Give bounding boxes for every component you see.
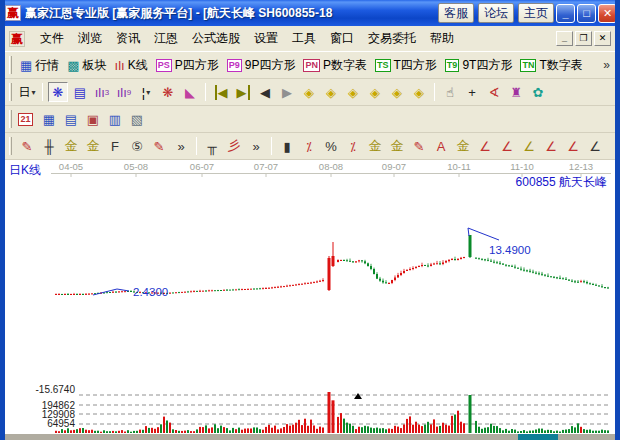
angle-j-tool-button[interactable]: ∠	[475, 136, 495, 156]
mdi-minimize-button[interactable]: _	[556, 31, 573, 46]
toolbar-grip[interactable]	[9, 56, 12, 74]
candle-style-button[interactable]: ¦▾	[136, 82, 156, 102]
menu-item-江恩[interactable]: 江恩	[147, 27, 185, 50]
mdi-restore-button[interactable]: ❐	[575, 31, 592, 46]
nine-p-square-button[interactable]: P99P四方形	[225, 56, 298, 75]
copy-windows-button[interactable]: ▥	[105, 109, 125, 129]
menu-item-设置[interactable]: 设置	[247, 27, 285, 50]
p-number-table-button[interactable]: PNP数字表	[301, 56, 369, 75]
pillar-tool-button[interactable]: ╥	[202, 136, 222, 156]
diamond-cross-button[interactable]: ◈	[387, 82, 407, 102]
menu-item-文件[interactable]: 文件	[33, 27, 71, 50]
quotes-grid-button[interactable]: ▦行情	[18, 56, 61, 75]
workstation-button[interactable]: ▧	[127, 109, 147, 129]
angle-w-tool-icon: ∠	[589, 139, 601, 154]
column-chart-tool-button[interactable]: ▮	[277, 136, 297, 156]
wave-brain-button[interactable]: ✿	[528, 82, 548, 102]
chart-bars-3-icon: ılı	[95, 85, 105, 100]
chart-area: 日K线 600855 航天长峰 04-0505-0806-0707-0708-0…	[5, 160, 615, 440]
toolbar-grip[interactable]	[9, 83, 12, 101]
menu-item-资讯[interactable]: 资讯	[109, 27, 147, 50]
diamond-in-button[interactable]: ◈	[343, 82, 363, 102]
chart-bars-9-button[interactable]: ılı9	[114, 82, 134, 102]
minimize-button[interactable]: _	[556, 4, 575, 23]
menu-item-交易委托[interactable]: 交易委托	[361, 27, 423, 50]
gann-fan-tool-button[interactable]: 彡	[224, 136, 244, 156]
save-floppy-button[interactable]: ▣	[83, 109, 103, 129]
gold-circle-tool-button[interactable]: 金	[365, 136, 385, 156]
kline-button[interactable]: ılıK线	[113, 56, 150, 75]
f-grid-tool-button[interactable]: F	[105, 136, 125, 156]
t-square-button[interactable]: TST四方形	[373, 56, 439, 75]
kline-chart[interactable]: 04-0505-0806-0707-0708-0809-0710-1111-10…	[5, 160, 615, 440]
crosshair-tool-button[interactable]: +	[462, 82, 482, 102]
date-tick-label: 09-07	[382, 161, 406, 172]
percent-tool-button[interactable]: %	[321, 136, 341, 156]
toolbar-overflow-chevron[interactable]: »	[603, 58, 613, 72]
calculator-button[interactable]: ▦	[39, 109, 59, 129]
menu-item-公式选股[interactable]: 公式选股	[185, 27, 247, 50]
nav-first-button[interactable]: ◀	[211, 82, 231, 102]
toolbar-grip[interactable]	[9, 110, 12, 128]
brush-candle-tool-button[interactable]: ✎	[409, 136, 429, 156]
t-square-icon: TS	[375, 59, 391, 72]
diamond-left-button[interactable]: ◈	[299, 82, 319, 102]
brush-grid-tool-button[interactable]: ✎	[149, 136, 169, 156]
menu-item-浏览[interactable]: 浏览	[71, 27, 109, 50]
gold-line-tool-button[interactable]: 金	[387, 136, 407, 156]
clipboard-button[interactable]: ▤	[70, 82, 90, 102]
bottom-strip-highlight	[518, 434, 558, 440]
chart-bars-3-button[interactable]: ılı3	[92, 82, 112, 102]
wave-a-tool-icon: A	[437, 139, 446, 154]
gann-rose-blue-button[interactable]: ❋	[48, 82, 68, 102]
close-button[interactable]: ✕	[598, 4, 617, 23]
more-tools-button[interactable]: »	[171, 136, 191, 156]
kline-label: K线	[128, 57, 148, 74]
nav-last-button[interactable]: ▶	[233, 82, 253, 102]
more-tools-2-button[interactable]: »	[246, 136, 266, 156]
support-button[interactable]: 客服	[438, 3, 474, 23]
menu-item-工具[interactable]: 工具	[285, 27, 323, 50]
t-number-table-button[interactable]: TNT数字表	[518, 56, 584, 75]
forum-button[interactable]: 论坛	[478, 3, 514, 23]
sector-blocks-button[interactable]: ▩板块	[65, 56, 108, 75]
calendar-button[interactable]: 21	[17, 109, 37, 129]
hand-tool-button[interactable]: ☝	[440, 82, 460, 102]
diamond-right-button[interactable]: ◈	[321, 82, 341, 102]
diamond-out-button[interactable]: ◈	[365, 82, 385, 102]
nav-next-button[interactable]: ▶	[277, 82, 297, 102]
p-square-button[interactable]: PSP四方形	[154, 56, 221, 75]
home-button[interactable]: 主页	[518, 3, 554, 23]
color-pyramid-button[interactable]: ◣	[180, 82, 200, 102]
nav-prev-button[interactable]: ◀	[255, 82, 275, 102]
menu-item-窗口[interactable]: 窗口	[323, 27, 361, 50]
gann-castle-button[interactable]: ♜	[506, 82, 526, 102]
angle-degree-tool-button[interactable]: ∠	[563, 136, 583, 156]
angle-f-tool-button[interactable]: ∠	[497, 136, 517, 156]
period-selector-label: 日	[18, 84, 30, 101]
grid-tool-button[interactable]: ╫	[39, 136, 59, 156]
period-selector-button[interactable]: 日▾	[17, 82, 37, 102]
wave-a-tool-button[interactable]: A	[431, 136, 451, 156]
gann-rose-red-button[interactable]: ❋	[158, 82, 178, 102]
maximize-button[interactable]: □	[577, 4, 596, 23]
nine-t-square-button[interactable]: T99T四方形	[443, 56, 515, 75]
gold-angle-tool-button[interactable]: 金	[453, 136, 473, 156]
angle-measure-button[interactable]: ∢	[484, 82, 504, 102]
notepad-button[interactable]: ▤	[61, 109, 81, 129]
angle-gold-tool-button[interactable]: ∠	[519, 136, 539, 156]
brush-tool-button[interactable]: ✎	[17, 136, 37, 156]
gold-grid-tool-button[interactable]: 金	[61, 136, 81, 156]
gold-grid-tool-2-button[interactable]: 金	[83, 136, 103, 156]
angle-walk-tool-button[interactable]: ∠	[541, 136, 561, 156]
diamond-move-button[interactable]: ◈	[409, 82, 429, 102]
percent-lines-tool-button[interactable]: ⁒	[343, 136, 363, 156]
toolbar-grip[interactable]	[9, 137, 12, 155]
percent-line-tool-button[interactable]: ⁒	[299, 136, 319, 156]
date-tick-label: 07-07	[254, 161, 278, 172]
toolbar-separator	[196, 137, 197, 155]
angle-w-tool-button[interactable]: ∠	[585, 136, 605, 156]
five-grid-tool-button[interactable]: ⑤	[127, 136, 147, 156]
mdi-close-button[interactable]: ✕	[594, 31, 611, 46]
menu-item-帮助[interactable]: 帮助	[423, 27, 461, 50]
